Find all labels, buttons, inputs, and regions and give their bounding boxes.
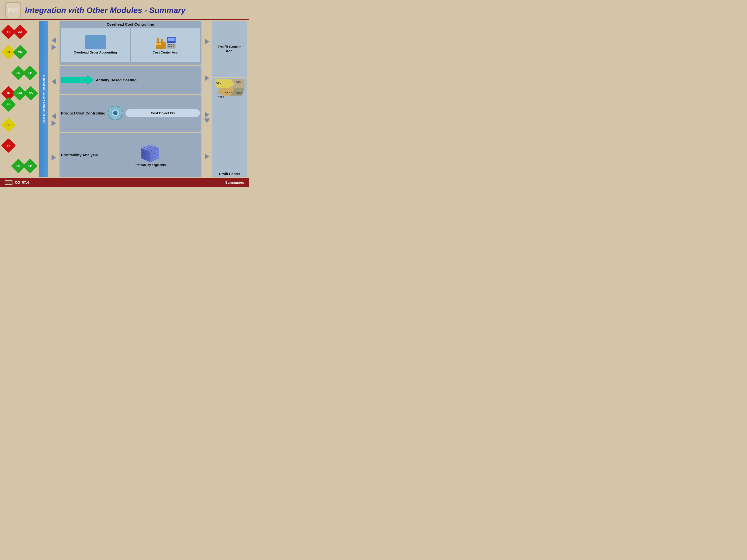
- right-arrow-abc: [205, 75, 209, 81]
- svg-rect-30: [114, 112, 117, 115]
- svg-rect-26: [108, 112, 110, 114]
- right-arrow-occ: [205, 38, 209, 45]
- right-arrow-down: [204, 118, 210, 123]
- svg-text:PrCtr: PrCtr: [216, 82, 221, 84]
- arrows-column: [49, 21, 58, 177]
- overhead-order-label: Overhead Order Accounting: [74, 51, 117, 54]
- sections-container: Overhead Cost Controlling Overhead Order…: [59, 21, 202, 177]
- svg-rect-16: [169, 46, 171, 47]
- main-layout: FI AA HR MM SD PP FI: [2, 21, 247, 177]
- cost-center-box: Cost Center Acc.: [131, 28, 200, 62]
- page-title: Integration with Other Modules - Summary: [25, 6, 185, 15]
- gear-icon: [107, 105, 124, 121]
- pcc-arrow-right: [52, 120, 56, 126]
- svg-rect-13: [171, 44, 172, 45]
- badge-mm-1: MM: [13, 45, 27, 60]
- badge-pp-1: PP: [23, 65, 37, 80]
- right-arrow-pcc: [205, 112, 209, 118]
- right-arrow-pa: [205, 154, 209, 160]
- profitability-cube-area: Profitability segments: [100, 143, 200, 167]
- occ-arrow-right: [52, 44, 56, 50]
- footer-code: CO_07.4: [15, 181, 29, 184]
- footer-section: Summaries: [225, 181, 244, 184]
- abc-section: Activity Based Costing: [59, 66, 202, 94]
- svg-rect-14: [173, 44, 174, 45]
- left-badges-column: FI AA HR MM SD PP FI: [2, 21, 38, 177]
- abc-arrow-icon: [61, 74, 93, 86]
- svg-rect-15: [168, 46, 169, 47]
- profit-center-acc-label: Profit Center Acc.: [214, 45, 245, 53]
- svg-rect-17: [171, 46, 172, 47]
- badge-row-3: SD PP: [2, 68, 38, 78]
- profit-center-map-box: PrCtr PrCtr 4 PrCtr 2 PrCtr 3 PrCtr 5 Pr…: [212, 78, 247, 177]
- pa-section: Profitability Analysis: [59, 133, 202, 177]
- svg-rect-19: [168, 37, 175, 41]
- logo-icon: PW: [7, 6, 19, 14]
- badge-row-1: FI AA: [2, 27, 38, 37]
- cost-center-icon: [154, 35, 177, 51]
- svg-text:PrCtr 4: PrCtr 4: [236, 81, 242, 83]
- badge-pp-2: PP: [1, 97, 16, 112]
- svg-rect-4: [156, 42, 165, 49]
- cost-object-box: Cost Object CO: [126, 109, 200, 117]
- pcc-label: Product Cost Controlling: [61, 111, 105, 115]
- badge-row-4b: HR: [2, 120, 38, 130]
- svg-rect-8: [159, 43, 161, 45]
- svg-rect-27: [121, 112, 123, 114]
- footer-left: CO_07.4: [5, 180, 29, 185]
- svg-text:PrCtr 3: PrCtr 3: [217, 96, 224, 98]
- right-arrows-column: [202, 21, 211, 177]
- badge-hr-2: HR: [1, 118, 16, 132]
- badge-row-4: FI MM SD PP: [2, 88, 38, 110]
- pcc-arrow-left: [52, 113, 56, 119]
- cost-center-label: Cost Center Acc.: [153, 51, 179, 54]
- occ-section: Overhead Cost Controlling Overhead Order…: [59, 21, 202, 65]
- vertical-bar: Cost & Revenue Element Accounting: [39, 21, 48, 177]
- svg-text:PrCtr 5: PrCtr 5: [236, 92, 242, 94]
- profitability-segments-label: Profitability segments: [134, 163, 165, 167]
- svg-rect-12: [169, 44, 171, 45]
- occ-title: Overhead Cost Controlling: [61, 22, 200, 26]
- svg-rect-11: [168, 44, 169, 45]
- badge-row-6: SD PP: [2, 161, 38, 171]
- svg-rect-7: [156, 43, 158, 45]
- pa-arrow-in: [52, 155, 56, 161]
- profit-center-label: Profit Center: [212, 172, 247, 176]
- abc-label: Activity Based Costing: [96, 78, 136, 82]
- svg-text:PrCtr 2: PrCtr 2: [225, 91, 232, 94]
- footer-icon: [5, 180, 12, 185]
- svg-rect-18: [173, 46, 174, 47]
- logo-box: PW: [5, 2, 21, 19]
- footer: CO_07.4 Summaries: [0, 178, 249, 187]
- svg-rect-5: [157, 38, 159, 43]
- badge-sd-2: SD: [23, 86, 38, 101]
- occ-arrow-left: [52, 37, 56, 43]
- profit-center-map-svg: PrCtr PrCtr 4 PrCtr 2 PrCtr 3 PrCtr 5: [212, 78, 247, 104]
- right-panel: Profit Center Acc. PrCtr PrCtr 4 PrCtr 2…: [212, 21, 247, 177]
- profit-center-acc-box: Profit Center Acc.: [212, 21, 247, 77]
- badge-fi-3: FI: [1, 138, 16, 153]
- pcc-arrows: [52, 113, 56, 126]
- right-arrow-pcc-group: [204, 112, 210, 123]
- header: PW Integration with Other Modules - Summ…: [0, 0, 249, 20]
- svg-marker-20: [61, 74, 93, 86]
- overhead-order-icon: [85, 35, 106, 49]
- svg-rect-6: [161, 39, 163, 43]
- badge-pp-3: PP: [23, 159, 37, 173]
- pa-label: Profitability Analysis: [61, 153, 98, 157]
- abc-arrow-in: [52, 79, 56, 85]
- badge-row-5: FI: [2, 140, 38, 151]
- vertical-bar-label: Cost & Revenue Element Accounting: [42, 75, 45, 123]
- cube-icon: [140, 143, 160, 163]
- badge-row-2: HR MM: [2, 47, 38, 57]
- svg-rect-24: [114, 106, 116, 108]
- svg-rect-25: [114, 118, 116, 121]
- occ-inner: Overhead Order Accounting: [61, 28, 200, 62]
- badge-aa: AA: [13, 24, 27, 39]
- pcc-section: Product Cost Controlling Cost Object CO: [59, 95, 202, 132]
- occ-arrows: [52, 37, 56, 50]
- overhead-order-box: Overhead Order Accounting: [61, 28, 130, 62]
